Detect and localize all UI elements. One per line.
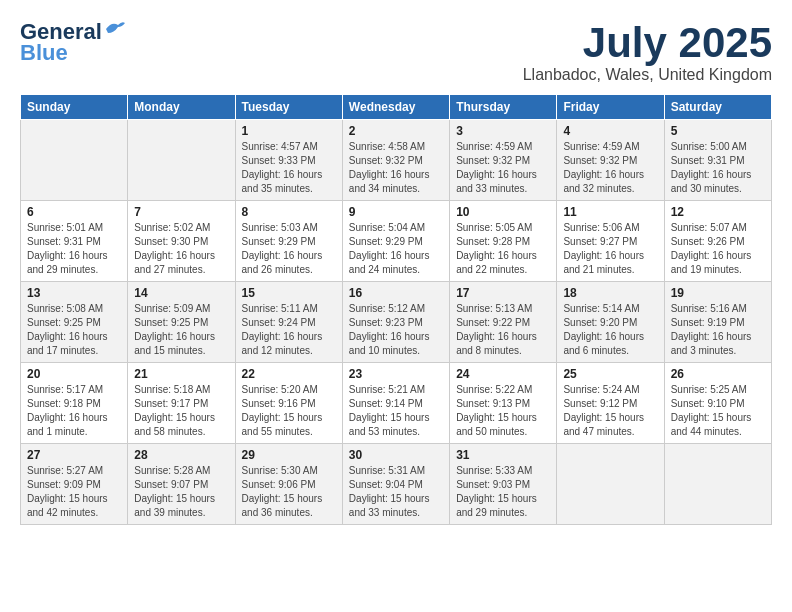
day-number: 22 (242, 367, 336, 381)
calendar-cell (664, 444, 771, 525)
day-info: Sunrise: 5:13 AM Sunset: 9:22 PM Dayligh… (456, 302, 550, 358)
day-number: 29 (242, 448, 336, 462)
calendar-cell: 14Sunrise: 5:09 AM Sunset: 9:25 PM Dayli… (128, 282, 235, 363)
calendar-cell: 11Sunrise: 5:06 AM Sunset: 9:27 PM Dayli… (557, 201, 664, 282)
day-number: 1 (242, 124, 336, 138)
day-info: Sunrise: 5:01 AM Sunset: 9:31 PM Dayligh… (27, 221, 121, 277)
day-info: Sunrise: 5:30 AM Sunset: 9:06 PM Dayligh… (242, 464, 336, 520)
calendar-week-row: 6Sunrise: 5:01 AM Sunset: 9:31 PM Daylig… (21, 201, 772, 282)
day-number: 21 (134, 367, 228, 381)
day-info: Sunrise: 5:21 AM Sunset: 9:14 PM Dayligh… (349, 383, 443, 439)
day-number: 5 (671, 124, 765, 138)
calendar-week-row: 20Sunrise: 5:17 AM Sunset: 9:18 PM Dayli… (21, 363, 772, 444)
calendar-cell: 24Sunrise: 5:22 AM Sunset: 9:13 PM Dayli… (450, 363, 557, 444)
calendar-cell: 12Sunrise: 5:07 AM Sunset: 9:26 PM Dayli… (664, 201, 771, 282)
calendar-cell: 27Sunrise: 5:27 AM Sunset: 9:09 PM Dayli… (21, 444, 128, 525)
day-info: Sunrise: 5:20 AM Sunset: 9:16 PM Dayligh… (242, 383, 336, 439)
calendar-cell (21, 120, 128, 201)
day-number: 11 (563, 205, 657, 219)
calendar-cell: 18Sunrise: 5:14 AM Sunset: 9:20 PM Dayli… (557, 282, 664, 363)
day-info: Sunrise: 4:59 AM Sunset: 9:32 PM Dayligh… (456, 140, 550, 196)
location: Llanbadoc, Wales, United Kingdom (523, 66, 772, 84)
calendar-cell: 4Sunrise: 4:59 AM Sunset: 9:32 PM Daylig… (557, 120, 664, 201)
calendar-cell: 13Sunrise: 5:08 AM Sunset: 9:25 PM Dayli… (21, 282, 128, 363)
day-info: Sunrise: 5:07 AM Sunset: 9:26 PM Dayligh… (671, 221, 765, 277)
calendar-cell (557, 444, 664, 525)
day-number: 9 (349, 205, 443, 219)
day-info: Sunrise: 5:16 AM Sunset: 9:19 PM Dayligh… (671, 302, 765, 358)
day-number: 31 (456, 448, 550, 462)
day-info: Sunrise: 5:12 AM Sunset: 9:23 PM Dayligh… (349, 302, 443, 358)
calendar-cell: 21Sunrise: 5:18 AM Sunset: 9:17 PM Dayli… (128, 363, 235, 444)
day-number: 4 (563, 124, 657, 138)
day-info: Sunrise: 4:58 AM Sunset: 9:32 PM Dayligh… (349, 140, 443, 196)
calendar-cell: 20Sunrise: 5:17 AM Sunset: 9:18 PM Dayli… (21, 363, 128, 444)
calendar-cell: 16Sunrise: 5:12 AM Sunset: 9:23 PM Dayli… (342, 282, 449, 363)
day-number: 17 (456, 286, 550, 300)
day-number: 2 (349, 124, 443, 138)
weekday-header: Thursday (450, 95, 557, 120)
weekday-header: Saturday (664, 95, 771, 120)
calendar-week-row: 27Sunrise: 5:27 AM Sunset: 9:09 PM Dayli… (21, 444, 772, 525)
calendar-week-row: 1Sunrise: 4:57 AM Sunset: 9:33 PM Daylig… (21, 120, 772, 201)
calendar-cell: 31Sunrise: 5:33 AM Sunset: 9:03 PM Dayli… (450, 444, 557, 525)
day-info: Sunrise: 5:22 AM Sunset: 9:13 PM Dayligh… (456, 383, 550, 439)
weekday-header: Monday (128, 95, 235, 120)
day-info: Sunrise: 5:25 AM Sunset: 9:10 PM Dayligh… (671, 383, 765, 439)
calendar-cell: 23Sunrise: 5:21 AM Sunset: 9:14 PM Dayli… (342, 363, 449, 444)
day-info: Sunrise: 5:09 AM Sunset: 9:25 PM Dayligh… (134, 302, 228, 358)
day-number: 26 (671, 367, 765, 381)
day-number: 6 (27, 205, 121, 219)
calendar-cell: 10Sunrise: 5:05 AM Sunset: 9:28 PM Dayli… (450, 201, 557, 282)
day-info: Sunrise: 5:18 AM Sunset: 9:17 PM Dayligh… (134, 383, 228, 439)
title-block: July 2025 Llanbadoc, Wales, United Kingd… (523, 20, 772, 84)
calendar-cell: 2Sunrise: 4:58 AM Sunset: 9:32 PM Daylig… (342, 120, 449, 201)
day-info: Sunrise: 5:28 AM Sunset: 9:07 PM Dayligh… (134, 464, 228, 520)
day-number: 16 (349, 286, 443, 300)
calendar-cell: 1Sunrise: 4:57 AM Sunset: 9:33 PM Daylig… (235, 120, 342, 201)
calendar-week-row: 13Sunrise: 5:08 AM Sunset: 9:25 PM Dayli… (21, 282, 772, 363)
day-info: Sunrise: 5:33 AM Sunset: 9:03 PM Dayligh… (456, 464, 550, 520)
day-number: 13 (27, 286, 121, 300)
day-number: 18 (563, 286, 657, 300)
day-info: Sunrise: 5:27 AM Sunset: 9:09 PM Dayligh… (27, 464, 121, 520)
calendar-cell: 9Sunrise: 5:04 AM Sunset: 9:29 PM Daylig… (342, 201, 449, 282)
calendar-header-row: SundayMondayTuesdayWednesdayThursdayFrid… (21, 95, 772, 120)
day-number: 14 (134, 286, 228, 300)
weekday-header: Wednesday (342, 95, 449, 120)
day-info: Sunrise: 5:03 AM Sunset: 9:29 PM Dayligh… (242, 221, 336, 277)
day-number: 28 (134, 448, 228, 462)
day-number: 8 (242, 205, 336, 219)
day-info: Sunrise: 5:08 AM Sunset: 9:25 PM Dayligh… (27, 302, 121, 358)
weekday-header: Friday (557, 95, 664, 120)
day-info: Sunrise: 4:59 AM Sunset: 9:32 PM Dayligh… (563, 140, 657, 196)
day-info: Sunrise: 5:02 AM Sunset: 9:30 PM Dayligh… (134, 221, 228, 277)
day-info: Sunrise: 5:24 AM Sunset: 9:12 PM Dayligh… (563, 383, 657, 439)
day-info: Sunrise: 5:00 AM Sunset: 9:31 PM Dayligh… (671, 140, 765, 196)
day-number: 20 (27, 367, 121, 381)
logo: General Blue (20, 20, 126, 66)
calendar-cell: 8Sunrise: 5:03 AM Sunset: 9:29 PM Daylig… (235, 201, 342, 282)
day-number: 10 (456, 205, 550, 219)
day-info: Sunrise: 5:04 AM Sunset: 9:29 PM Dayligh… (349, 221, 443, 277)
logo-blue-text: Blue (20, 40, 68, 66)
day-number: 15 (242, 286, 336, 300)
calendar-cell: 30Sunrise: 5:31 AM Sunset: 9:04 PM Dayli… (342, 444, 449, 525)
day-info: Sunrise: 4:57 AM Sunset: 9:33 PM Dayligh… (242, 140, 336, 196)
day-info: Sunrise: 5:17 AM Sunset: 9:18 PM Dayligh… (27, 383, 121, 439)
calendar-cell (128, 120, 235, 201)
day-number: 30 (349, 448, 443, 462)
calendar-cell: 7Sunrise: 5:02 AM Sunset: 9:30 PM Daylig… (128, 201, 235, 282)
calendar-cell: 25Sunrise: 5:24 AM Sunset: 9:12 PM Dayli… (557, 363, 664, 444)
calendar-cell: 3Sunrise: 4:59 AM Sunset: 9:32 PM Daylig… (450, 120, 557, 201)
calendar-cell: 15Sunrise: 5:11 AM Sunset: 9:24 PM Dayli… (235, 282, 342, 363)
weekday-header: Tuesday (235, 95, 342, 120)
calendar-cell: 5Sunrise: 5:00 AM Sunset: 9:31 PM Daylig… (664, 120, 771, 201)
page-header: General Blue July 2025 Llanbadoc, Wales,… (20, 20, 772, 84)
day-number: 3 (456, 124, 550, 138)
calendar-cell: 6Sunrise: 5:01 AM Sunset: 9:31 PM Daylig… (21, 201, 128, 282)
day-number: 12 (671, 205, 765, 219)
day-number: 19 (671, 286, 765, 300)
day-number: 27 (27, 448, 121, 462)
day-info: Sunrise: 5:11 AM Sunset: 9:24 PM Dayligh… (242, 302, 336, 358)
